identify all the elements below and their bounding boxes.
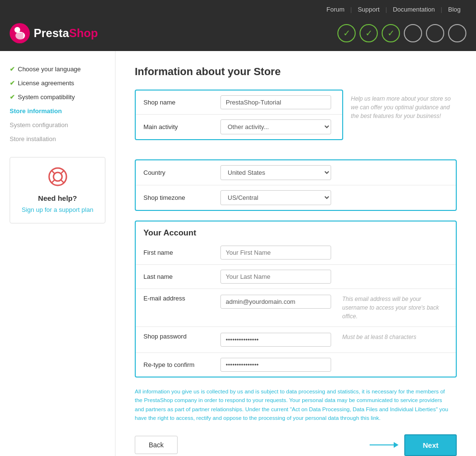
nav-documentation[interactable]: Documentation: [387, 6, 440, 13]
help-box: Need help? Sign up for a support plan: [10, 157, 105, 223]
lastname-row: Last name: [136, 265, 456, 289]
svg-line-8: [61, 180, 64, 183]
store-info-wrapper: Shop name Main activity Other activity..…: [135, 90, 457, 150]
logo: PrestaShop: [10, 23, 98, 43]
main-activity-select[interactable]: Other activity...FashionElectronicsFood …: [220, 119, 331, 134]
check-icon-1: ✔: [10, 65, 15, 73]
page-title: Information about your Store: [135, 65, 457, 78]
step-indicators: ✓ ✓ ✓: [337, 24, 466, 42]
nav-support[interactable]: Support: [352, 6, 386, 13]
next-button-wrap: Next: [370, 434, 457, 456]
svg-line-7: [51, 180, 55, 183]
shop-name-input-wrap: [220, 95, 334, 109]
svg-marker-10: [394, 442, 399, 448]
retype-input[interactable]: [220, 358, 331, 372]
help-title: Need help?: [20, 194, 95, 202]
step-5: [426, 24, 444, 42]
step-3: ✓: [382, 24, 400, 42]
email-row: E-mail address This email address will b…: [136, 289, 456, 327]
content-area: Information about your Store Shop name M…: [116, 51, 476, 456]
country-label: Country: [143, 169, 220, 176]
timezone-row: Shop timezone US/CentralUS/EasternUS/Pac…: [136, 185, 456, 210]
account-form: Your Account First name Last name E-mail…: [135, 221, 457, 378]
password-row: Shop password Must be at least 8 charact…: [136, 327, 456, 353]
email-label: E-mail address: [143, 295, 220, 302]
privacy-notice: All information you give us is collected…: [135, 387, 452, 423]
location-form: Country United StatesUnited KingdomFranc…: [135, 159, 457, 211]
sidebar-item-language: ✔ Choose your language: [10, 65, 105, 73]
email-note: This email address will be your username…: [342, 295, 448, 321]
check-icon-2: ✔: [10, 79, 15, 87]
email-input-wrap: [220, 295, 334, 309]
firstname-row: First name: [136, 241, 456, 265]
retype-row: Re-type to confirm: [136, 353, 456, 377]
sidebar-item-store-install: Store installation: [10, 135, 105, 143]
step-4: [404, 24, 422, 42]
main-activity-label: Main activity: [143, 123, 220, 130]
sidebar-item-system-config: System configuration: [10, 121, 105, 129]
sidebar-item-store-info[interactable]: Store information: [10, 107, 105, 115]
bottom-buttons: Back Next: [135, 434, 457, 456]
logo-icon: [10, 23, 30, 43]
svg-line-5: [51, 170, 55, 174]
password-note: Must be at least 8 characters: [342, 333, 448, 341]
next-button[interactable]: Next: [404, 434, 457, 456]
firstname-label: First name: [143, 249, 220, 256]
header: PrestaShop ✓ ✓ ✓: [0, 18, 476, 51]
country-row: Country United StatesUnited KingdomFranc…: [136, 160, 456, 185]
store-form-section: Shop name Main activity Other activity..…: [135, 90, 343, 150]
step-6: [448, 24, 466, 42]
retype-input-wrap: [220, 358, 448, 372]
email-input[interactable]: [220, 295, 331, 309]
main-activity-row: Main activity Other activity...FashionEl…: [136, 115, 342, 139]
firstname-input-wrap: [220, 246, 448, 260]
main-activity-select-wrap: Other activity...FashionElectronicsFood …: [220, 119, 334, 134]
check-icon-3: ✔: [10, 93, 15, 101]
shop-name-label: Shop name: [143, 99, 220, 106]
country-select[interactable]: United StatesUnited KingdomFranceGermany…: [220, 165, 331, 180]
svg-line-6: [61, 170, 64, 174]
arrow-icon: [370, 440, 399, 450]
shop-name-input[interactable]: [220, 95, 331, 109]
lastname-label: Last name: [143, 273, 220, 280]
timezone-label: Shop timezone: [143, 194, 220, 201]
country-select-wrap: United StatesUnited KingdomFranceGermany…: [220, 165, 448, 180]
sidebar-item-license: ✔ License agreements: [10, 79, 105, 87]
lifebuoy-icon: [48, 167, 67, 186]
logo-text: PrestaShop: [34, 26, 98, 40]
sidebar-item-compatibility: ✔ System compatibility: [10, 93, 105, 101]
lastname-input[interactable]: [220, 270, 331, 284]
shop-name-row: Shop name: [136, 91, 342, 115]
top-nav: Forum | Support | Documentation | Blog: [0, 0, 476, 18]
nav-blog[interactable]: Blog: [442, 6, 466, 13]
timezone-select[interactable]: US/CentralUS/EasternUS/PacificUS/Mountai…: [220, 190, 331, 205]
password-input[interactable]: [220, 333, 331, 347]
lastname-input-wrap: [220, 270, 448, 284]
account-section-title: Your Account: [136, 221, 456, 241]
password-input-wrap: [220, 333, 334, 347]
help-link[interactable]: Sign up for a support plan: [22, 206, 93, 213]
sidebar: ✔ Choose your language ✔ License agreeme…: [0, 51, 116, 456]
store-form: Shop name Main activity Other activity..…: [135, 90, 343, 140]
store-note: Help us learn more about your store so w…: [351, 90, 457, 120]
step-2: ✓: [360, 24, 378, 42]
nav-forum[interactable]: Forum: [321, 6, 350, 13]
firstname-input[interactable]: [220, 246, 331, 260]
help-icon: [20, 167, 95, 190]
back-button[interactable]: Back: [135, 436, 178, 454]
retype-label: Re-type to confirm: [143, 361, 220, 368]
password-label: Shop password: [143, 333, 220, 340]
timezone-select-wrap: US/CentralUS/EasternUS/PacificUS/Mountai…: [220, 190, 448, 205]
step-1: ✓: [337, 24, 356, 42]
main-container: ✔ Choose your language ✔ License agreeme…: [0, 51, 476, 456]
